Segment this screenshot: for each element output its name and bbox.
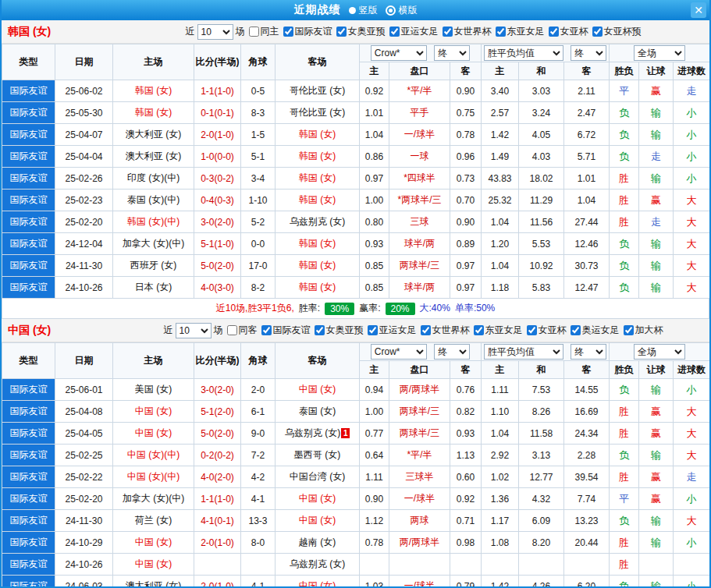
home-team: 泰国 (女)(中) [113, 190, 194, 211]
league-filter[interactable]: 女亚杯 [523, 324, 567, 337]
league-filter[interactable]: 女世界杯 [417, 324, 470, 337]
match-type-link[interactable]: 国际友谊 [2, 466, 55, 488]
league-filter[interactable]: 东亚女足 [492, 25, 545, 38]
odds-time-select[interactable]: 终 [434, 45, 470, 61]
corner-score: 0-5 [241, 80, 276, 102]
layout-radio-horizontal[interactable]: 横版 [386, 4, 418, 17]
league-checkbox[interactable] [549, 27, 559, 37]
match-type-link[interactable]: 国际友谊 [2, 233, 55, 255]
avg-odds-away: 27.44 [564, 211, 610, 233]
match-row: 国际友谊25-02-25中国 (女)(中)0-2(0-2)7-2墨西哥 (女)0… [2, 445, 710, 466]
league-filter[interactable]: 加大杯 [620, 324, 663, 337]
match-type-link[interactable]: 国际友谊 [2, 423, 55, 445]
league-filter[interactable]: 女奥亚预 [332, 25, 386, 38]
league-checkbox[interactable] [368, 325, 378, 335]
match-count-select[interactable]: 10 [197, 24, 233, 40]
match-type-link[interactable]: 国际友谊 [2, 190, 55, 211]
same-venue-filter[interactable]: 同主 [245, 25, 279, 38]
league-filter[interactable]: 亚运女足 [386, 25, 439, 38]
league-checkbox[interactable] [496, 27, 506, 37]
match-score: 5-0(2-0) [194, 423, 241, 445]
odds-time-select[interactable]: 终 [434, 344, 470, 360]
match-type-link[interactable]: 国际友谊 [2, 445, 55, 466]
cover-rate-label: 赢率: [359, 302, 380, 315]
league-checkbox[interactable] [571, 325, 581, 335]
match-type-link[interactable]: 国际友谊 [2, 124, 55, 146]
league-filter[interactable]: 国际友谊 [279, 25, 332, 38]
avg-odds-away: 2.11 [564, 80, 610, 102]
league-filter[interactable]: 亚运女足 [364, 324, 417, 337]
league-checkbox[interactable] [443, 27, 453, 37]
match-type-link[interactable]: 国际友谊 [2, 510, 55, 532]
match-type-link[interactable]: 国际友谊 [2, 532, 55, 554]
handicap-odds-away: 0.92 [450, 488, 482, 510]
spread-outcome: 赢 [639, 423, 674, 445]
match-type-link[interactable]: 国际友谊 [2, 102, 55, 124]
match-type-link[interactable]: 国际友谊 [2, 168, 55, 190]
col-handicap: 盘口 [389, 62, 450, 80]
league-filter[interactable]: 女奥亚预 [311, 324, 364, 337]
col-avg-home: 主 [482, 361, 519, 379]
handicap-line: 平手 [389, 102, 450, 124]
match-type-link[interactable]: 国际友谊 [2, 379, 55, 401]
league-checkbox[interactable] [389, 27, 400, 37]
same-venue-checkbox[interactable] [249, 27, 259, 37]
match-type-link[interactable]: 国际友谊 [2, 277, 55, 299]
layout-horizontal-label: 横版 [399, 4, 418, 17]
league-filter[interactable]: 女亚杯 [545, 25, 588, 38]
spread-outcome: 赢 [639, 401, 674, 423]
league-checkbox[interactable] [336, 27, 347, 37]
col-avg-away: 客 [564, 361, 610, 379]
avg-odds-draw: 5.53 [519, 233, 564, 255]
match-score: 5-1(2-0) [194, 401, 241, 423]
scope-select[interactable]: 全场 [634, 344, 685, 360]
avg-odds-away: 20.44 [564, 532, 610, 554]
match-type-link[interactable]: 国际友谊 [2, 146, 55, 168]
avg-odds-draw: 5.83 [519, 277, 564, 299]
scope-select[interactable]: 全场 [634, 45, 685, 61]
handicap-odds-away: 0.76 [450, 379, 482, 401]
league-filter[interactable]: 东亚女足 [470, 324, 523, 337]
home-team: 中国 (女) [113, 423, 194, 445]
league-filter[interactable]: 女世界杯 [439, 25, 492, 38]
col-away: 客场 [276, 44, 360, 80]
match-type-link[interactable]: 国际友谊 [2, 401, 55, 423]
match-count-select[interactable]: 10 [176, 323, 212, 338]
match-type-link[interactable]: 国际友谊 [2, 576, 55, 588]
layout-radio-vertical[interactable]: 竖版 [349, 4, 378, 17]
match-type-link[interactable]: 国际友谊 [2, 80, 55, 102]
league-filter[interactable]: 奥运女足 [567, 324, 620, 337]
league-checkbox[interactable] [624, 325, 634, 335]
avg-odds-select[interactable]: 胜平负均值 [484, 344, 563, 360]
match-type-link[interactable]: 国际友谊 [2, 255, 55, 277]
league-checkbox[interactable] [527, 325, 537, 335]
league-checkbox[interactable] [474, 325, 484, 335]
league-filter[interactable]: 国际友谊 [258, 324, 311, 337]
league-checkbox[interactable] [261, 325, 272, 335]
spread-outcome: 赢 [639, 190, 674, 211]
same-venue-checkbox[interactable] [227, 325, 237, 335]
goals-outcome: 小 [674, 488, 710, 510]
away-team: 哥伦比亚 (女) [276, 80, 360, 102]
handicap-odds-home: 0.86 [360, 146, 389, 168]
same-venue-filter[interactable]: 同客 [223, 324, 258, 337]
handicap-odds-away: 0.75 [450, 102, 482, 124]
avg-odds-select[interactable]: 胜平负均值 [484, 45, 563, 61]
league-checkbox[interactable] [592, 27, 603, 37]
league-checkbox[interactable] [421, 325, 431, 335]
goals-outcome: 小 [674, 102, 710, 124]
avg-time-select[interactable]: 终 [571, 45, 606, 61]
odds-source-select[interactable]: Crow* [371, 45, 427, 61]
league-label: 女亚杯 [560, 25, 588, 38]
match-type-link[interactable]: 国际友谊 [2, 488, 55, 510]
odds-source-select[interactable]: Crow* [371, 344, 427, 360]
close-button[interactable]: ✕ [691, 2, 706, 18]
match-score: 4-1(0-1) [194, 510, 241, 532]
league-checkbox[interactable] [283, 27, 293, 37]
china-matches-table: 类型 日期 主场 比分(半场) 角球 客场 Crow* 终 胜平负均值 终 全场 [2, 342, 710, 588]
match-type-link[interactable]: 国际友谊 [2, 554, 55, 576]
league-checkbox[interactable] [315, 325, 325, 335]
avg-time-select[interactable]: 终 [571, 344, 606, 360]
match-type-link[interactable]: 国际友谊 [2, 211, 55, 233]
league-filter[interactable]: 女亚杯预 [588, 25, 642, 38]
